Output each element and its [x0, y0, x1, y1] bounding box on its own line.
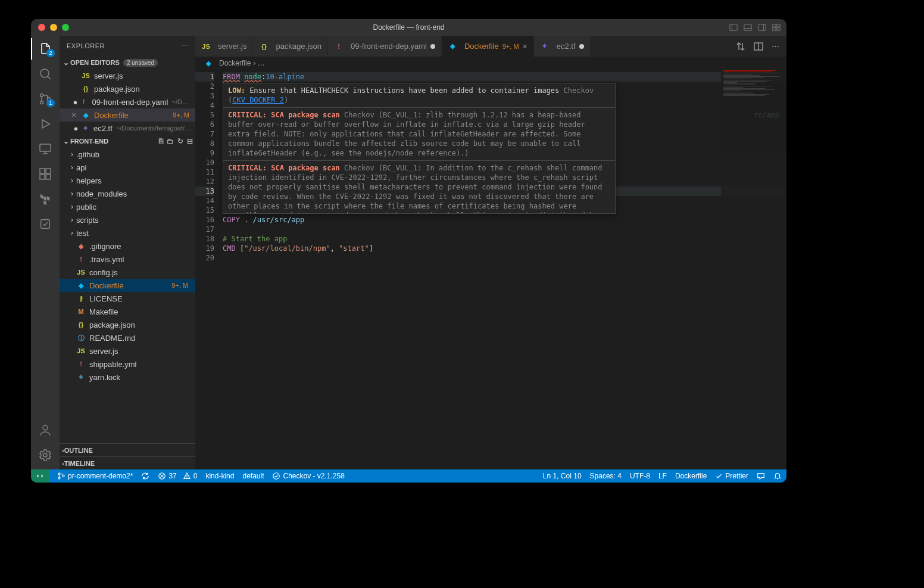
minimap[interactable] [721, 70, 786, 469]
indentation[interactable]: Spaces: 4 [590, 472, 622, 480]
open-editor-item[interactable]: ●!09-front-end-dep.yaml~/Dow… [60, 95, 195, 108]
folder-item[interactable]: ›helpers [60, 174, 195, 187]
svg-rect-6 [773, 24, 776, 27]
cursor-position[interactable]: Ln 1, Col 10 [543, 472, 582, 480]
git-branch[interactable]: pr-comment-demo2* [57, 472, 133, 480]
diagnostic-hover[interactable]: LOW: Ensure that HEALTHCHECK instruction… [223, 83, 616, 214]
remote-indicator[interactable] [31, 469, 49, 483]
editor-tab[interactable]: ✦ec2.tf [534, 36, 591, 57]
accounts-icon[interactable] [38, 423, 52, 437]
folder-item[interactable]: ›api [60, 161, 195, 174]
file-item[interactable]: ⚘yarn.lock [60, 371, 195, 384]
file-icon: ! [79, 97, 89, 107]
feedback-icon[interactable] [757, 472, 765, 480]
window-title: Dockerfile — front-end [373, 23, 444, 32]
outline-header[interactable]: ›OUTLINE [60, 443, 195, 456]
panel-right-icon[interactable] [758, 23, 766, 32]
chevron-right-icon: › [68, 216, 76, 224]
panel-left-icon[interactable] [729, 23, 738, 32]
open-editors-header[interactable]: ⌄ OPEN EDITORS 2 unsaved [60, 56, 195, 69]
file-icon: ⚷ [76, 294, 86, 303]
file-icon: ⓘ [76, 333, 86, 343]
file-explorer: ›.github›api›helpers›node_modules›public… [60, 148, 195, 443]
remote-explorer-icon[interactable] [38, 142, 52, 156]
open-editor-item[interactable]: JSserver.js [60, 69, 195, 82]
svg-rect-23 [41, 220, 50, 229]
source-control-icon[interactable]: 1 [38, 92, 52, 106]
bell-icon[interactable] [773, 472, 782, 480]
close-window[interactable] [38, 24, 45, 31]
prettier[interactable]: Prettier [715, 472, 748, 480]
checkov-status[interactable]: Checkov - v2.1.258 [272, 472, 344, 480]
file-item[interactable]: MMakefile [60, 305, 195, 318]
breadcrumb[interactable]: ◆ Dockerfile › … [195, 57, 786, 70]
file-item[interactable]: {}package.json [60, 318, 195, 331]
tab-badge: 9+, M [502, 43, 519, 50]
terraform-icon[interactable] [38, 192, 52, 206]
file-item[interactable]: ◆Dockerfile9+, M [60, 279, 195, 292]
file-icon: JS [201, 42, 211, 51]
editor-area: JSserver.js{}package.json!09-front-end-d… [195, 36, 786, 469]
settings-gear-icon[interactable] [38, 448, 52, 462]
language-mode[interactable]: Dockerfile [675, 472, 707, 480]
chevron-right-icon: › [68, 189, 76, 198]
code-editor[interactable]: 1234567891011121314151617181920 rc/app F… [195, 70, 786, 469]
editor-tab[interactable]: JSserver.js [195, 36, 253, 57]
explorer-icon[interactable]: 2 [38, 42, 52, 56]
folder-name: helpers [76, 176, 102, 185]
file-name: Dockerfile [89, 281, 124, 290]
svg-rect-21 [46, 175, 51, 179]
open-editor-item[interactable]: {}package.json [60, 82, 195, 95]
encoding[interactable]: UTF-8 [630, 472, 650, 480]
layout-customize-icon[interactable] [772, 23, 781, 32]
file-item[interactable]: ⓘREADME.md [60, 331, 195, 344]
compare-changes-icon[interactable] [736, 42, 745, 51]
editor-tab[interactable]: !09-front-end-dep.yaml [328, 36, 442, 57]
file-item[interactable]: ◈.gitignore [60, 239, 195, 253]
folder-item[interactable]: ›scripts [60, 213, 195, 226]
run-debug-icon[interactable] [38, 117, 52, 131]
project-header[interactable]: ⌄ FRONT-END ⎘ 🗀 ↻ ⊟ [60, 135, 195, 148]
collapse-all-icon[interactable]: ⊟ [187, 137, 193, 145]
file-icon: ⚘ [76, 372, 86, 382]
split-editor-icon[interactable] [754, 42, 763, 51]
checkov-icon[interactable] [38, 217, 52, 231]
folder-name: public [76, 203, 96, 211]
close-icon[interactable]: × [523, 42, 527, 51]
timeline-header[interactable]: ›TIMELINE [60, 456, 195, 469]
file-item[interactable]: !.travis.yml [60, 253, 195, 266]
sidebar-more-icon[interactable]: ⋯ [182, 42, 189, 50]
extensions-icon[interactable] [38, 167, 52, 181]
svg-point-29 [58, 477, 60, 479]
editor-tab[interactable]: {}package.json [253, 36, 328, 57]
file-item[interactable]: ⚷LICENSE [60, 292, 195, 305]
search-icon[interactable] [38, 67, 52, 81]
chevron-down-icon: ⌄ [62, 137, 70, 145]
kube-context[interactable]: kind-kind [205, 472, 234, 480]
file-item[interactable]: !shippable.yml [60, 357, 195, 371]
folder-item[interactable]: ›public [60, 200, 195, 213]
new-file-icon[interactable]: ⎘ [159, 137, 163, 145]
editor-tab[interactable]: ◆Dockerfile9+, M× [442, 36, 534, 57]
more-actions-icon[interactable]: ⋯ [772, 42, 779, 51]
problems[interactable]: 37 0 [158, 472, 197, 480]
sync-icon[interactable] [141, 472, 149, 480]
folder-item[interactable]: ›test [60, 226, 195, 239]
close-icon[interactable]: × [71, 110, 81, 120]
panel-bottom-icon[interactable] [744, 23, 752, 32]
refresh-icon[interactable]: ↻ [177, 137, 183, 145]
folder-item[interactable]: ›node_modules [60, 187, 195, 200]
open-editor-item[interactable]: ×◆Dockerfile9+, M [60, 108, 195, 122]
minimize-window[interactable] [50, 24, 57, 31]
zoom-window[interactable] [62, 24, 69, 31]
kube-namespace[interactable]: default [242, 472, 264, 480]
file-icon: M [76, 307, 86, 316]
folder-name: api [76, 163, 86, 172]
new-folder-icon[interactable]: 🗀 [167, 137, 174, 145]
file-item[interactable]: JSconfig.js [60, 266, 195, 279]
file-item[interactable]: JSserver.js [60, 344, 195, 357]
folder-item[interactable]: ›.github [60, 148, 195, 161]
eol[interactable]: LF [658, 472, 667, 480]
code-content[interactable]: rc/app FROM node:10-alpineCOPY . /usr/sr… [223, 70, 786, 469]
open-editor-item[interactable]: ●✦ec2.tf~/Documents/terragoat/te… [60, 122, 195, 135]
